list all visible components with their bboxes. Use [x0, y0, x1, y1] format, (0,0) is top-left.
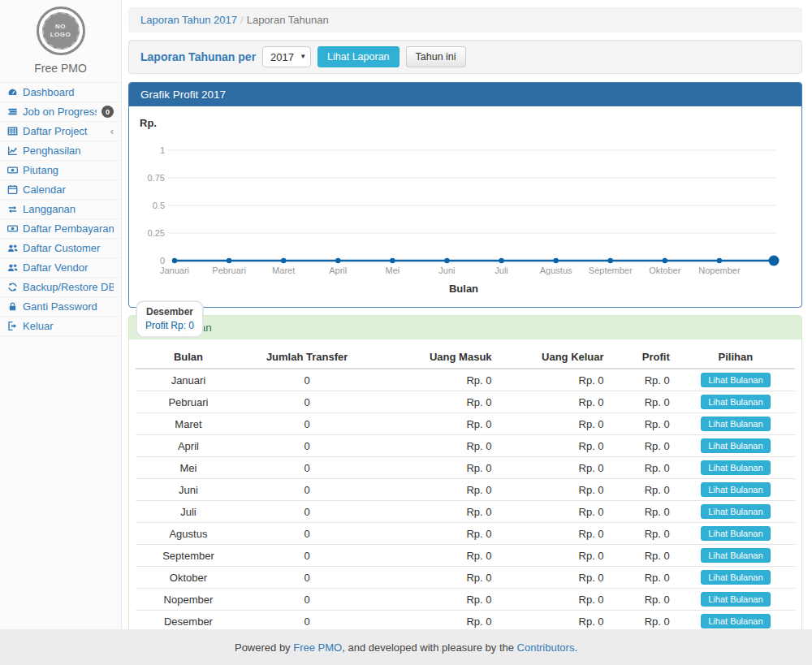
lihat-bulanan-button[interactable]: Lihat Bulanan	[701, 373, 770, 387]
column-header-uang-keluar: Uang Keluar	[499, 346, 611, 369]
sidebar-item-daftar-project[interactable]: Daftar Project‹	[0, 122, 121, 141]
cell-uang-keluar: Rp. 0	[499, 523, 611, 545]
chart-point-april[interactable]	[335, 258, 340, 263]
sidebar-item-calendar[interactable]: Calendar	[0, 180, 121, 200]
cell-profit: Rp. 0	[611, 369, 676, 391]
chart-point-juli[interactable]	[499, 258, 503, 263]
money-icon	[7, 223, 18, 234]
chart-point-desember[interactable]	[769, 256, 780, 266]
cell-profit: Rp. 0	[611, 545, 676, 567]
cell-uang-keluar: Rp. 0	[499, 567, 611, 589]
cell-uang-masuk: Rp. 0	[373, 435, 498, 457]
lihat-bulanan-button[interactable]: Lihat Bulanan	[701, 548, 770, 563]
cell-profit: Rp. 0	[611, 589, 676, 611]
cell-uang-masuk: Rp. 0	[373, 567, 498, 589]
y-tick-label: 0.25	[148, 228, 165, 238]
sign-out-icon	[7, 321, 18, 331]
refresh-icon	[7, 282, 18, 292]
cell-uang-masuk: Rp. 0	[373, 523, 498, 545]
cell-uang-keluar: Rp. 0	[499, 369, 611, 391]
sidebar-item-daftar-pembayaran[interactable]: Daftar Pembayaran	[0, 219, 121, 239]
cell-pilihan: Lihat Bulanan	[676, 589, 795, 611]
x-tick-label: Januari	[160, 266, 189, 275]
cell-jumlah-transfer: 0	[241, 413, 373, 435]
list-icon	[7, 106, 18, 117]
chart-point-pebruari[interactable]	[227, 258, 231, 263]
chart-point-juni[interactable]	[444, 258, 449, 263]
sidebar-item-label: Backup/Restore DB	[23, 281, 114, 293]
lihat-bulanan-button[interactable]: Lihat Bulanan	[701, 592, 770, 607]
chart-point-nopember[interactable]	[717, 258, 722, 263]
sidebar-item-job-on-progress[interactable]: Job on Progress0	[0, 102, 121, 122]
sidebar-item-daftar-customer[interactable]: Daftar Customer	[0, 239, 121, 258]
year-select[interactable]: 2017	[262, 46, 311, 67]
cell-bulan: September	[136, 545, 241, 567]
lihat-bulanan-button[interactable]: Lihat Bulanan	[701, 614, 770, 628]
chart-point-agustus[interactable]	[553, 258, 558, 263]
cell-uang-masuk: Rp. 0	[373, 391, 498, 413]
breadcrumb: Laporan Tahun 2017/Laporan Tahunan	[128, 7, 802, 32]
lihat-bulanan-button[interactable]: Lihat Bulanan	[701, 417, 770, 431]
lihat-bulanan-button[interactable]: Lihat Bulanan	[701, 482, 770, 497]
sidebar-item-label: Penghasilan	[23, 145, 114, 157]
table-row-juli: Juli0Rp. 0Rp. 0Rp. 0Lihat Bulanan	[136, 501, 795, 523]
breadcrumb-current: Laporan Tahunan	[247, 14, 329, 26]
chart-point-mei[interactable]	[390, 258, 395, 263]
chart-point-maret[interactable]	[281, 258, 286, 263]
chart-body: Rp. 10.750.50.250JanuariPebruariMaretApr…	[129, 106, 801, 307]
column-header-bulan: Bulan	[136, 346, 241, 369]
cell-jumlah-transfer: 0	[241, 479, 373, 501]
cell-pilihan: Lihat Bulanan	[676, 523, 795, 545]
lihat-bulanan-button[interactable]: Lihat Bulanan	[701, 526, 770, 541]
footer-contributors-link[interactable]: Contributors	[517, 641, 575, 654]
lihat-bulanan-button[interactable]: Lihat Bulanan	[701, 438, 770, 453]
table-row-mei: Mei0Rp. 0Rp. 0Rp. 0Lihat Bulanan	[136, 457, 795, 479]
sidebar-item-ganti-password[interactable]: Ganti Password	[0, 297, 121, 317]
x-tick-label: Maret	[272, 266, 295, 275]
sidebar-item-keluar[interactable]: Keluar	[0, 317, 121, 336]
logo-text: NO LOGO	[42, 12, 80, 50]
footer-brand-link[interactable]: Free PMO	[293, 641, 342, 654]
cell-uang-masuk: Rp. 0	[373, 413, 498, 435]
lihat-bulanan-button[interactable]: Lihat Bulanan	[701, 570, 770, 585]
chart-point-september[interactable]	[608, 258, 613, 263]
cell-uang-masuk: Rp. 0	[373, 369, 498, 391]
sidebar-item-daftar-vendor[interactable]: Daftar Vendor	[0, 258, 121, 278]
chart-tooltip-value: Profit Rp: 0	[145, 320, 194, 331]
cell-pilihan: Lihat Bulanan	[676, 479, 795, 501]
sidebar-item-dashboard[interactable]: Dashboard	[0, 83, 121, 102]
lihat-bulanan-button[interactable]: Lihat Bulanan	[701, 460, 770, 475]
table-row-desember: Desember0Rp. 0Rp. 0Rp. 0Lihat Bulanan	[136, 611, 795, 630]
cell-pilihan: Lihat Bulanan	[676, 369, 795, 391]
chart-point-januari[interactable]	[172, 258, 177, 263]
filter-label: Laporan Tahunan per	[140, 50, 256, 63]
column-header-jumlah-transfer: Jumlah Transfer	[241, 346, 373, 369]
sidebar-item-penghasilan[interactable]: Penghasilan	[0, 141, 121, 161]
chart-point-oktober[interactable]	[663, 258, 667, 263]
lihat-bulanan-button[interactable]: Lihat Bulanan	[701, 395, 770, 409]
sidebar-item-label: Daftar Customer	[23, 242, 114, 254]
cell-jumlah-transfer: 0	[241, 523, 373, 545]
cell-profit: Rp. 0	[611, 501, 676, 523]
detail-table: BulanJumlah TransferUang MasukUang Kelua…	[136, 346, 795, 629]
cell-pilihan: Lihat Bulanan	[676, 567, 795, 589]
x-tick-label: Juni	[438, 266, 455, 275]
cell-profit: Rp. 0	[611, 523, 676, 545]
chart-y-axis-label: Rp.	[140, 117, 795, 129]
footer: Powered by Free PMO, and developed with …	[0, 629, 812, 665]
logo: NO LOGO	[37, 6, 85, 55]
chart-tooltip-title: Desember	[145, 306, 194, 317]
tahun-ini-button[interactable]: Tahun ini	[406, 46, 466, 67]
sidebar-item-langganan[interactable]: Langganan	[0, 200, 121, 219]
sidebar-item-backup-restore-db[interactable]: Backup/Restore DB	[0, 278, 121, 297]
sidebar-item-label: Daftar Vendor	[23, 261, 114, 274]
x-tick-label: Nopember	[698, 266, 741, 275]
breadcrumb-link[interactable]: Laporan Tahun 2017	[140, 14, 237, 26]
lihat-laporan-button[interactable]: Lihat Laporan	[317, 46, 399, 67]
chart-panel-title: Grafik Profit 2017	[129, 83, 801, 106]
sidebar-item-piutang[interactable]: Piutang	[0, 161, 121, 180]
lihat-bulanan-button[interactable]: Lihat Bulanan	[701, 504, 770, 519]
sidebar: NO LOGO Free PMO DashboardJob on Progres…	[0, 0, 122, 629]
column-header-profit: Profit	[611, 346, 676, 369]
chart-panel: Grafik Profit 2017 Rp. 10.750.50.250Janu…	[128, 82, 802, 308]
